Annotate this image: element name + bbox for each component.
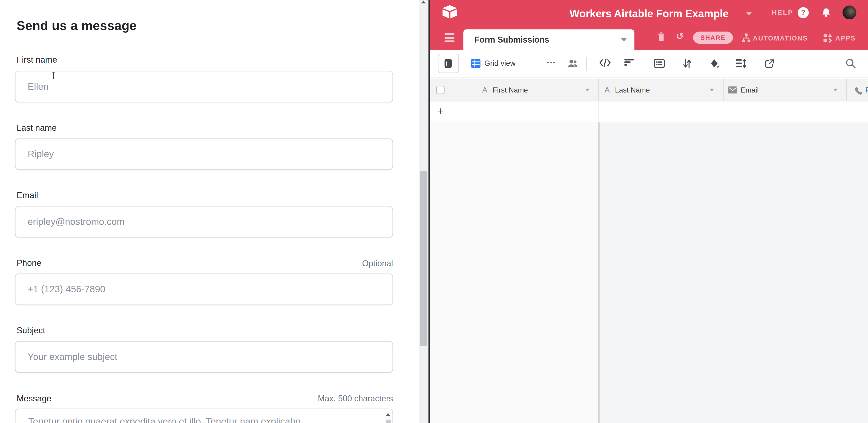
- message-maxlength-hint: Max. 500 characters: [318, 394, 393, 403]
- history-icon[interactable]: ↺: [676, 32, 684, 41]
- column-caret-icon[interactable]: [585, 88, 589, 91]
- grid-view-icon: [471, 59, 480, 68]
- page-title: Send us a message: [17, 18, 136, 33]
- textarea-scrollbar[interactable]: [385, 411, 392, 423]
- scroll-up-icon[interactable]: [421, 0, 426, 3]
- column-divider[interactable]: [723, 78, 723, 100]
- column-divider[interactable]: [598, 78, 599, 100]
- trash-icon[interactable]: [657, 32, 665, 42]
- view-options-ellipsis-icon[interactable]: …: [547, 55, 556, 66]
- column-divider: [598, 101, 599, 121]
- subject-label: Subject: [17, 326, 45, 336]
- column-header-email[interactable]: Email: [741, 86, 758, 94]
- add-record-plus-icon[interactable]: +: [437, 105, 443, 117]
- last-name-label: Last name: [17, 123, 57, 133]
- column-caret-icon[interactable]: [710, 88, 714, 91]
- view-name[interactable]: Grid view: [484, 59, 516, 67]
- search-icon[interactable]: [845, 58, 856, 69]
- user-avatar[interactable]: [842, 5, 856, 19]
- share-view-icon[interactable]: [765, 59, 774, 68]
- window-divider: [428, 0, 430, 423]
- hide-fields-code-icon[interactable]: [599, 59, 611, 67]
- text-field-type-icon: A: [482, 85, 487, 94]
- contact-form-page: Send us a message First name Last name E…: [0, 0, 419, 423]
- group-icon[interactable]: [654, 59, 665, 68]
- text-cursor-icon: [51, 71, 56, 80]
- message-textarea[interactable]: Tenetur optio quaerat expedita vero et i…: [15, 409, 393, 423]
- screen: Send us a message First name Last name E…: [0, 0, 868, 423]
- first-name-label: First name: [17, 55, 57, 65]
- subject-input[interactable]: [15, 341, 393, 372]
- row-height-icon[interactable]: [736, 59, 747, 68]
- base-title-caret-icon[interactable]: [746, 12, 752, 16]
- email-label: Email: [17, 190, 38, 201]
- table-tab-label: Form Submissions: [474, 35, 549, 44]
- column-header-last-name[interactable]: Last Name: [615, 86, 650, 94]
- table-tab-bar: Form Submissions ↺ SHARE AUTOMATIONS: [430, 26, 868, 50]
- grid-canvas-first-column: [430, 122, 598, 423]
- automations-button[interactable]: AUTOMATIONS: [742, 33, 808, 42]
- first-name-input[interactable]: [15, 71, 393, 102]
- email-input[interactable]: [15, 206, 393, 238]
- sidebar-panel-icon: [444, 59, 452, 68]
- toolbar-divider: [586, 57, 587, 71]
- last-name-input[interactable]: [15, 138, 393, 170]
- share-button[interactable]: SHARE: [693, 32, 733, 44]
- phone-label: Phone: [17, 258, 41, 268]
- text-field-type-icon: A: [604, 85, 610, 94]
- select-all-checkbox[interactable]: [436, 86, 444, 94]
- message-label: Message: [17, 394, 51, 403]
- airtable-topbar: Workers Airtable Form Example HELP ?: [430, 0, 868, 26]
- sort-icon[interactable]: [683, 59, 691, 68]
- add-record-row[interactable]: +: [430, 101, 868, 121]
- help-question-icon[interactable]: ?: [798, 7, 809, 18]
- active-table-tab[interactable]: Form Submissions: [463, 29, 634, 50]
- scroll-up-icon[interactable]: [386, 413, 390, 416]
- apps-icon: [823, 33, 833, 42]
- view-toolbar: Grid view …: [430, 50, 868, 78]
- collaborators-icon[interactable]: [567, 59, 579, 68]
- view-sidebar-toggle-button[interactable]: [438, 54, 459, 73]
- apps-label: APPS: [835, 34, 856, 42]
- column-header-first-name[interactable]: First Name: [493, 86, 528, 94]
- textarea-scrollbar-thumb[interactable]: [385, 420, 391, 423]
- column-caret-icon[interactable]: [833, 88, 837, 91]
- column-divider[interactable]: [846, 78, 847, 100]
- help-button[interactable]: HELP: [772, 9, 794, 17]
- grid-header-row: A First Name A Last Name Email Phone: [430, 78, 868, 101]
- page-scrollbar[interactable]: [419, 0, 428, 423]
- automations-label: AUTOMATIONS: [753, 34, 808, 42]
- phone-field-type-icon: [854, 85, 863, 95]
- apps-button[interactable]: APPS: [823, 33, 856, 42]
- menu-icon[interactable]: [444, 33, 455, 44]
- grid-canvas: [430, 122, 868, 423]
- notifications-bell-icon[interactable]: [822, 8, 831, 18]
- email-field-type-icon: [728, 86, 737, 93]
- phone-optional-hint: Optional: [362, 259, 393, 268]
- color-icon[interactable]: [710, 59, 720, 68]
- column-header-phone[interactable]: Phone: [865, 86, 868, 94]
- column-divider: [598, 122, 599, 423]
- page-scrollbar-thumb[interactable]: [420, 171, 427, 346]
- message-text: Tenetur optio quaerat expedita vero et i…: [16, 409, 392, 423]
- phone-input[interactable]: [15, 273, 393, 305]
- airtable-window: Workers Airtable Form Example HELP ? For…: [430, 0, 868, 423]
- filter-icon[interactable]: [624, 59, 634, 66]
- automations-icon: [742, 33, 751, 42]
- table-tab-caret-icon[interactable]: [621, 38, 627, 41]
